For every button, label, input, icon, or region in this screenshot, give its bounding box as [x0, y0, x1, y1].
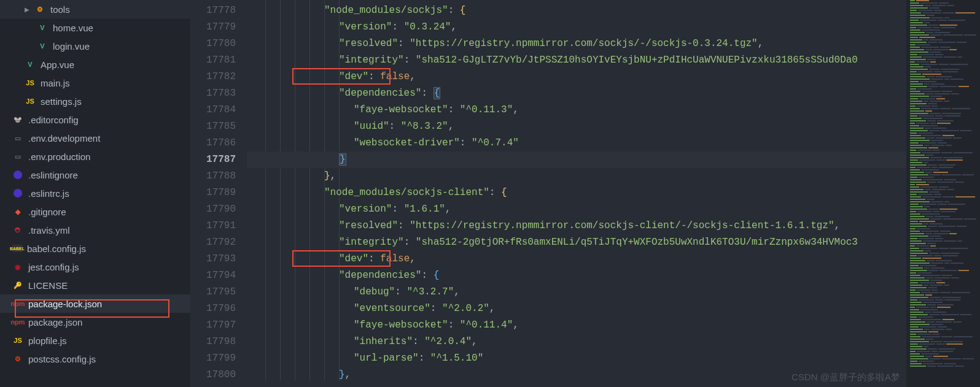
file-item-main-js[interactable]: JSmain.js [0, 74, 190, 92]
token-key: "dependencies" [339, 270, 421, 281]
file-item-package-json[interactable]: npmpackage.json [0, 313, 190, 331]
file-label: plopfile.js [28, 335, 67, 346]
token-key: "resolved" [339, 220, 398, 231]
token-punc: : [392, 204, 403, 215]
file-item--gitignore[interactable]: ◆.gitignore [0, 202, 190, 221]
editorconfig-icon: 🐭 [12, 114, 23, 125]
code-line[interactable]: "eventsource": "^2.0.2", [247, 301, 906, 317]
token-str: "sha512-GJgLTZ7vYb/JtPSSZ10hsOYIvEYsjbNU… [416, 55, 858, 66]
file-item-jest-config-js[interactable]: ◉jest.config.js [0, 258, 190, 276]
code-line[interactable]: "resolved": "https://registry.npmmirror.… [247, 218, 906, 234]
code-line[interactable]: } [247, 151, 906, 168]
babel-icon: BABEL [12, 245, 22, 252]
file-label: package-lock.json [28, 299, 102, 309]
code-line[interactable]: "faye-websocket": "^0.11.3", [247, 102, 906, 118]
code-line[interactable]: "uuid": "^8.3.2", [247, 118, 906, 135]
file-label: .gitignore [28, 207, 66, 217]
line-number: 17786 [190, 135, 236, 151]
minimap[interactable] [906, 0, 980, 387]
file-item-App-vue[interactable]: VApp.vue [0, 55, 190, 74]
token-punc: : [430, 303, 442, 314]
line-number: 17791 [190, 218, 236, 234]
token-key: "dev" [339, 71, 368, 82]
code-line[interactable]: "version": "0.3.24", [247, 19, 906, 36]
token-punc: : [448, 104, 460, 115]
file-item-babel-config-js[interactable]: BABELbabel.config.js [0, 239, 190, 258]
token-punc: , [448, 121, 454, 132]
code-line[interactable]: "resolved": "https://registry.npmmirror.… [247, 36, 906, 52]
file-item-tools[interactable]: ▶⚙︎tools [0, 0, 190, 18]
token-brace-b: } [339, 369, 345, 380]
line-number: 17792 [190, 234, 236, 251]
code-line[interactable]: "integrity": "sha512-GJgLTZ7vYb/JtPSSZ10… [247, 52, 906, 69]
code-line[interactable]: "url-parse": "^1.5.10" [247, 350, 906, 367]
code-line[interactable]: }, [247, 168, 906, 185]
token-str: "^0.11.3" [460, 104, 513, 115]
code-line[interactable]: "dependencies": { [247, 85, 906, 102]
file-explorer[interactable]: ▶⚙︎toolsVhome.vueVlogin.vueVApp.vueJSmai… [0, 0, 190, 387]
travis-icon: ⛑ [12, 224, 23, 236]
code-line[interactable]: "dev": false, [247, 69, 906, 85]
file-item-login-vue[interactable]: Vlogin.vue [0, 37, 190, 55]
line-number: 17797 [190, 317, 236, 334]
eslint-icon [12, 188, 23, 199]
file-item-home-vue[interactable]: Vhome.vue [0, 18, 190, 37]
file-item--eslintrc-js[interactable]: .eslintrc.js [0, 184, 190, 202]
file-item-package-lock-json[interactable]: npmpackage-lock.json [0, 294, 190, 313]
token-punc: : [421, 88, 433, 99]
token-str: "^2.0.2" [442, 303, 489, 314]
token-key: "websocket-driver" [354, 137, 460, 148]
env-icon: ▭ [12, 132, 23, 144]
token-key: "uuid" [354, 121, 389, 132]
file-label: tools [50, 4, 70, 15]
code-line[interactable]: "node_modules/sockjs-client": { [247, 185, 906, 201]
file-label: jest.config.js [28, 262, 79, 272]
code-line[interactable]: "version": "1.6.1", [247, 201, 906, 218]
code-line[interactable]: "node_modules/sockjs": { [247, 2, 906, 19]
tools-icon: ⚙︎ [34, 4, 45, 15]
file-label: babel.config.js [27, 243, 86, 254]
file-item--env-development[interactable]: ▭.env.development [0, 129, 190, 147]
token-bool: false [380, 253, 410, 264]
code-line[interactable]: "faye-websocket": "^0.11.4", [247, 317, 906, 334]
token-punc: , [513, 320, 519, 331]
token-brace-y: { [501, 187, 507, 198]
code-line[interactable]: "debug": "^3.2.7", [247, 284, 906, 301]
file-item--eslintignore[interactable]: .eslintignore [0, 166, 190, 184]
token-brace-b: { [434, 270, 440, 281]
jest-icon: ◉ [12, 261, 23, 272]
file-item-postcss-config-js[interactable]: ⚙postcss.config.js [0, 350, 190, 368]
code-line[interactable]: "dev": false, [247, 251, 906, 267]
file-item--travis-yml[interactable]: ⛑.travis.yml [0, 221, 190, 239]
file-item-settings-js[interactable]: JSsettings.js [0, 92, 190, 110]
token-punc: : [489, 187, 501, 198]
code-line[interactable]: "integrity": "sha512-2g0tjOR+fRs0amxENLi… [247, 234, 906, 251]
license-icon: 🔑 [12, 280, 23, 291]
file-item--editorconfig[interactable]: 🐭.editorconfig [0, 110, 190, 129]
line-number: 17799 [190, 350, 236, 367]
token-punc: : [448, 5, 460, 16]
token-punc: , [758, 38, 764, 49]
line-number: 17779 [190, 19, 236, 36]
file-item-plopfile-js[interactable]: JSplopfile.js [0, 331, 190, 350]
code-content[interactable]: "node_modules/sockjs": {"version": "0.3.… [247, 0, 906, 387]
token-str: "https://registry.npmmirror.com/sockjs-c… [410, 220, 834, 231]
token-punc: : [413, 336, 424, 347]
token-str: "1.6.1" [404, 204, 445, 215]
token-punc: : [460, 137, 472, 148]
postcss-icon: ⚙ [12, 353, 23, 364]
vue-icon: V [37, 22, 48, 33]
file-label: .eslintignore [28, 170, 78, 180]
file-label: home.vue [53, 23, 93, 33]
file-label: package.json [28, 317, 82, 328]
line-number: 17789 [190, 185, 236, 201]
code-line[interactable]: "inherits": "^2.0.4", [247, 334, 906, 350]
token-str: "^3.2.7" [406, 286, 454, 297]
code-line[interactable]: "dependencies": { [247, 267, 906, 284]
file-item-LICENSE[interactable]: 🔑LICENSE [0, 276, 190, 294]
line-number: 17778 [190, 2, 236, 19]
line-number: 17784 [190, 102, 236, 118]
code-line[interactable]: "websocket-driver": "^0.7.4" [247, 135, 906, 151]
token-punc: , [454, 286, 460, 297]
file-item--env-production[interactable]: ▭.env.production [0, 147, 190, 166]
